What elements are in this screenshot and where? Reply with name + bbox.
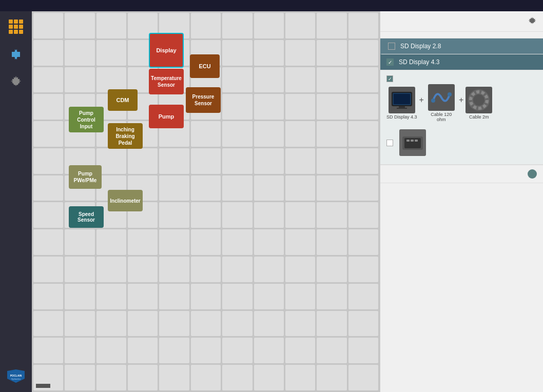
grid-cell — [222, 284, 252, 309]
window-controls — [510, 2, 539, 10]
svg-rect-7 — [14, 30, 18, 34]
grid-cell — [191, 338, 221, 363]
grid-cell — [65, 13, 94, 38]
grid-cell — [254, 13, 284, 38]
grid-cell — [191, 202, 221, 228]
product-display-43: SD Display 4.3 — [386, 87, 417, 120]
display-section-label — [380, 32, 543, 38]
sidebar-section-f1 — [5, 15, 27, 39]
grid-cell — [285, 229, 315, 255]
svg-point-21 — [431, 99, 435, 103]
node-temperature-sensor[interactable]: TemperatureSensor — [149, 69, 184, 94]
svg-rect-30 — [415, 140, 418, 142]
grid-cell — [96, 257, 126, 282]
maximize-button[interactable] — [520, 2, 529, 10]
node-inching-braking[interactable]: InchingBraking Pedal — [108, 123, 143, 149]
node-pump[interactable]: Pump — [149, 105, 184, 128]
grid-cell — [317, 148, 346, 174]
product-img-cable120 — [428, 84, 455, 111]
grid-cell — [317, 229, 346, 255]
close-button[interactable] — [36, 384, 50, 388]
accessory-checkbox[interactable] — [386, 140, 393, 146]
grid-cell — [317, 284, 346, 309]
node-pressure-sensor[interactable]: PressureSensor — [186, 87, 221, 113]
product-label-cable2m: Cable 2m — [469, 114, 489, 120]
grid-cell — [159, 338, 189, 363]
sidebar-section-f2 — [5, 43, 27, 67]
minimize-button[interactable] — [510, 2, 518, 10]
grid-cell — [285, 175, 315, 201]
grid-cell — [254, 229, 284, 255]
grid-cell — [65, 284, 94, 309]
grid-cell — [254, 175, 284, 201]
sidebar-icon-f1[interactable] — [5, 15, 27, 38]
canvas-wrapper: // Generate grid cells const gb = docume… — [32, 11, 380, 392]
grid-cell — [65, 338, 94, 363]
grid-cell — [317, 121, 346, 147]
svg-rect-8 — [19, 30, 23, 34]
grid-cell — [317, 67, 346, 93]
checkbox-sd-display-28[interactable] — [388, 43, 395, 50]
grid-cell — [96, 338, 126, 363]
grid-cell — [96, 13, 126, 38]
grid-cell — [348, 40, 378, 66]
information-icon — [528, 169, 537, 179]
grid-cell — [33, 40, 63, 66]
grid-cell — [96, 311, 126, 337]
sidebar: POCLAIN Hydraulics — [0, 11, 32, 392]
svg-rect-0 — [9, 19, 13, 24]
sidebar-icon-f2[interactable] — [5, 43, 27, 66]
svg-rect-4 — [14, 25, 18, 29]
product-cable-120: Cable 120 ohm — [426, 84, 457, 122]
grid-cell — [222, 94, 252, 120]
grid-cell — [96, 40, 126, 66]
sidebar-bottom: POCLAIN Hydraulics — [5, 364, 27, 388]
node-display[interactable]: Display — [149, 33, 184, 68]
grid-cell — [159, 202, 189, 228]
svg-rect-20 — [397, 108, 407, 109]
grid-cell — [33, 94, 63, 120]
grid-cell — [128, 229, 158, 255]
node-speed-sensor[interactable]: Speed Sensor — [69, 206, 104, 228]
svg-point-25 — [476, 97, 481, 103]
grid-cell — [159, 229, 189, 255]
grid-cell — [348, 202, 378, 228]
grid-cell — [317, 365, 346, 390]
node-pump-pwe[interactable]: PumpPWe/PMe — [69, 165, 102, 189]
grid-cell — [285, 257, 315, 282]
close-window-button[interactable] — [531, 2, 539, 10]
node-pump-control[interactable]: Pump ControlInput — [69, 107, 104, 132]
grid-cell — [285, 311, 315, 337]
settings-gear-icon[interactable] — [528, 16, 537, 27]
bundle-checkbox[interactable]: ✓ — [386, 75, 393, 82]
node-cdm[interactable]: CDM — [108, 89, 138, 111]
node-ecu[interactable]: ECU — [190, 54, 220, 78]
grid-cell — [65, 67, 94, 93]
grid-cell — [222, 229, 252, 255]
grid-cell — [254, 148, 284, 174]
grid-cell — [348, 121, 378, 147]
grid-cell — [317, 94, 346, 120]
option-sd-display-43[interactable]: ✓ SD Display 4.3 — [380, 54, 543, 70]
grid-cell — [348, 311, 378, 337]
product-label-display: SD Display 4.3 — [386, 114, 417, 120]
grid-cell — [191, 311, 221, 337]
grid-cell — [285, 284, 315, 309]
grid-cell — [317, 311, 346, 337]
grid-cell — [33, 338, 63, 363]
sidebar-icon-f3[interactable] — [5, 71, 27, 93]
grid-cell — [128, 284, 158, 309]
label-sd-display-28: SD Display 2.8 — [400, 43, 537, 50]
svg-rect-6 — [9, 30, 13, 34]
grid-cell — [159, 284, 189, 309]
canvas-area: // Generate grid cells const gb = docume… — [32, 11, 380, 392]
grid-cell — [33, 284, 63, 309]
grid-cell — [33, 175, 63, 201]
grid-cell — [348, 338, 378, 363]
option-sd-display-28[interactable]: SD Display 2.8 — [380, 38, 543, 54]
node-inclinometer[interactable]: Inclinometer — [108, 190, 143, 211]
grid-cell — [317, 202, 346, 228]
grid-cell — [348, 284, 378, 309]
grid-cell — [317, 175, 346, 201]
checkbox-sd-display-43[interactable]: ✓ — [386, 58, 394, 66]
